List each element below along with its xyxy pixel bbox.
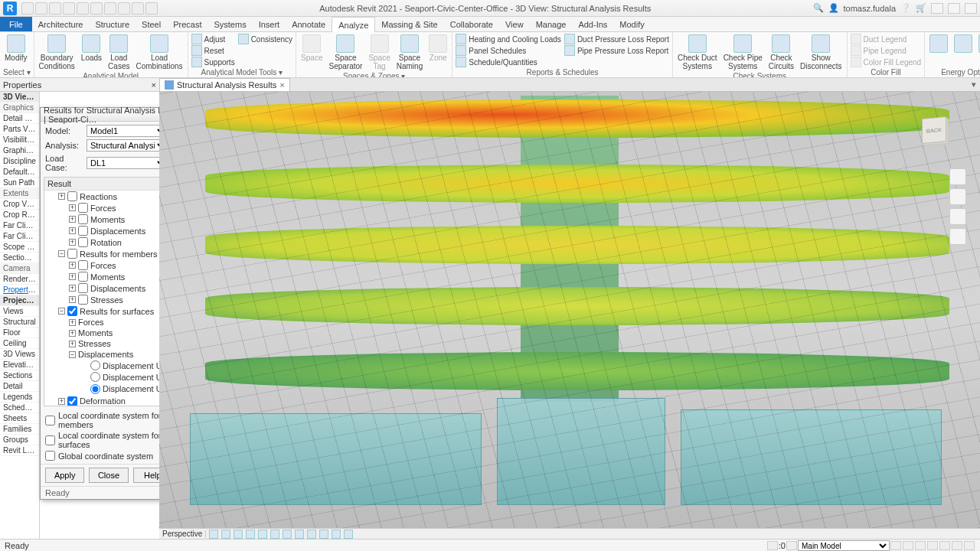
maximize-button[interactable] — [948, 3, 960, 14]
main-model-select[interactable]: Main Model — [798, 540, 890, 551]
loadcase-select[interactable]: DL1 — [87, 157, 168, 169]
properties-row[interactable]: Extents — [0, 188, 39, 199]
properties-row[interactable]: Scope Box — [0, 242, 39, 253]
tree-expand-icon[interactable]: + — [69, 330, 76, 337]
browser-item[interactable]: 3D Views — [0, 349, 39, 360]
nav-orbit-icon[interactable] — [949, 228, 966, 245]
view-type-selector[interactable]: 3D View: Structural Analysis Results — [0, 92, 39, 103]
ribbon-button[interactable]: Load Cases — [106, 34, 131, 71]
tree-checkbox[interactable] — [67, 306, 77, 316]
search-icon[interactable]: 🔍 — [813, 3, 824, 13]
background-icon[interactable] — [964, 541, 975, 550]
properties-help-link[interactable]: Properties help — [0, 285, 39, 295]
analytical-icon[interactable] — [332, 530, 341, 539]
ribbon-button[interactable]: Load Combinations — [134, 34, 184, 71]
properties-row[interactable]: Discipline — [0, 156, 39, 167]
filter-icon[interactable] — [890, 541, 901, 550]
tree-checkbox[interactable] — [78, 272, 88, 282]
ribbon-button[interactable]: Loads — [80, 34, 103, 63]
browser-item[interactable]: Ceiling — [0, 338, 39, 349]
tab-modify[interactable]: Modify — [613, 17, 650, 31]
drag-icon[interactable] — [952, 541, 962, 550]
tree-checkbox[interactable] — [67, 396, 77, 406]
tree-expand-icon[interactable]: + — [69, 341, 76, 347]
tree-expand-icon[interactable]: − — [58, 308, 65, 315]
tab-steel[interactable]: Steel — [136, 17, 167, 31]
tree-checkbox[interactable] — [78, 203, 88, 213]
browser-item[interactable]: Revit Links — [0, 445, 39, 456]
properties-row[interactable]: Far Clip Active — [0, 220, 39, 231]
tab-addins[interactable]: Add-Ins — [572, 17, 613, 31]
select-underlay-icon[interactable] — [915, 541, 926, 550]
document-tab[interactable]: Structural Analysis Results × — [159, 78, 290, 91]
properties-row[interactable]: Parts Visibility — [0, 124, 39, 135]
ribbon-button[interactable]: Show Disconnects — [799, 34, 843, 71]
tree-checkbox[interactable] — [67, 191, 77, 201]
model-select[interactable]: Model1 — [87, 125, 168, 137]
qat-print-icon[interactable] — [77, 2, 89, 15]
visual-style-icon[interactable] — [209, 530, 218, 539]
ribbon-button[interactable]: Boundary Conditions — [38, 34, 77, 71]
document-tabs-dropdown[interactable]: ▾ — [968, 78, 980, 91]
properties-row[interactable]: Section Box — [0, 253, 39, 263]
ribbon-button[interactable] — [977, 34, 980, 54]
nav-wheel-icon[interactable] — [949, 168, 966, 185]
qat-dropdown-icon[interactable] — [145, 2, 158, 15]
ribbon-row-button[interactable]: Supports — [191, 57, 235, 67]
properties-row[interactable]: Graphics — [0, 103, 39, 113]
apply-button[interactable]: Apply — [45, 468, 84, 483]
browser-item[interactable]: Elevations — [0, 360, 39, 370]
properties-row[interactable]: Far Clip Offset — [0, 231, 39, 242]
minimize-button[interactable] — [931, 3, 943, 14]
ribbon-button[interactable]: Check Pipe Systems — [722, 34, 764, 71]
reveal-icon[interactable] — [307, 530, 316, 539]
tree-expand-icon[interactable]: + — [58, 193, 65, 200]
qat-measure-icon[interactable] — [90, 2, 103, 15]
ribbon-row-button[interactable]: Color Fill Legend — [851, 57, 922, 67]
ribbon-button[interactable]: Space — [299, 34, 324, 63]
tree-expand-icon[interactable]: + — [69, 216, 76, 223]
sun-path-icon[interactable] — [221, 530, 230, 539]
tree-radio[interactable] — [90, 372, 100, 382]
close-button[interactable]: Close — [89, 468, 128, 483]
tree-expand-icon[interactable]: + — [58, 398, 65, 405]
properties-row[interactable]: Graphic Display — [0, 145, 39, 156]
tab-architecture[interactable]: Architecture — [32, 17, 90, 31]
browser-item[interactable]: Detail — [0, 381, 39, 392]
rendering-icon[interactable] — [246, 530, 255, 539]
tab-systems[interactable]: Systems — [207, 17, 252, 31]
ribbon-button[interactable]: Space Naming — [395, 34, 424, 71]
properties-row[interactable]: Rendering Settings — [0, 274, 39, 285]
editable-only-icon[interactable] — [786, 541, 797, 550]
tab-file[interactable]: File — [0, 17, 32, 31]
properties-row[interactable]: Crop Region — [0, 210, 39, 220]
ribbon-row-button[interactable]: Reset — [191, 45, 235, 56]
tab-view[interactable]: View — [499, 17, 530, 31]
ribbon-button[interactable]: Modify — [3, 34, 28, 63]
ribbon-row-button[interactable]: Adjust — [191, 34, 235, 44]
tree-expand-icon[interactable]: + — [69, 319, 76, 326]
tree-expand-icon[interactable]: + — [69, 285, 76, 292]
ribbon-button[interactable]: Check Circuits — [767, 34, 795, 71]
nav-zoom-icon[interactable] — [949, 208, 966, 225]
qat-save-icon[interactable] — [35, 2, 47, 15]
project-browser-header[interactable]: Project Browser — [0, 295, 39, 306]
ribbon-row-button[interactable]: Consistency — [238, 34, 292, 44]
properties-row[interactable]: Sun Path — [0, 178, 39, 188]
ribbon-row-button[interactable]: Heating and Cooling Loads — [456, 34, 561, 44]
tree-checkbox[interactable] — [78, 214, 88, 224]
properties-row[interactable]: Visibility/Graphics — [0, 135, 39, 145]
tree-radio[interactable] — [90, 384, 100, 394]
ribbon-row-button[interactable]: Pipe Legend — [851, 45, 922, 56]
document-tab-close-icon[interactable]: × — [279, 80, 284, 90]
view-cube-face[interactable]: BACK — [922, 116, 946, 144]
qat-redo-icon[interactable] — [63, 2, 75, 15]
properties-row[interactable]: Camera — [0, 263, 39, 274]
browser-item[interactable]: Groups — [0, 435, 39, 445]
qat-open-icon[interactable] — [21, 2, 34, 15]
tree-expand-icon[interactable]: + — [69, 239, 76, 246]
tree-expand-icon[interactable]: − — [69, 351, 76, 358]
select-links-icon[interactable] — [903, 541, 913, 550]
ribbon-button[interactable]: Zone — [427, 34, 449, 63]
analysis-select[interactable]: Structural Analysis Results — [87, 139, 168, 152]
